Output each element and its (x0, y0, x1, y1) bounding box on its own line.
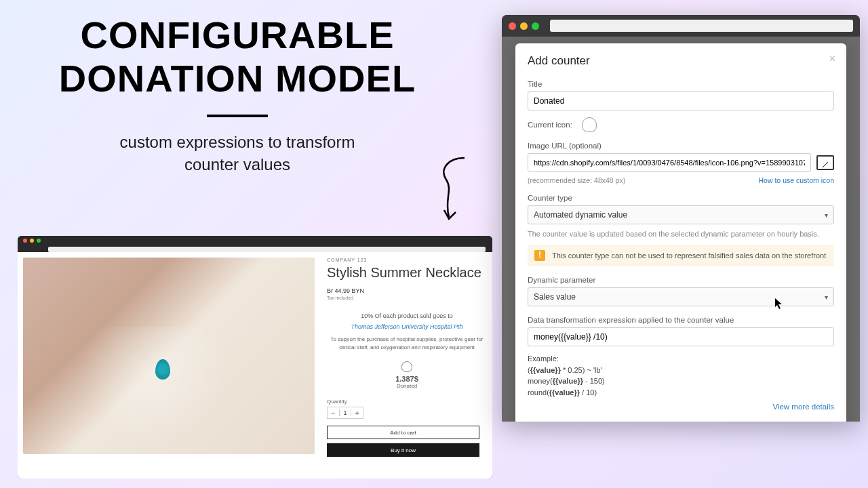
window-titlebar (18, 236, 492, 245)
config-window: Add counter × Title Current icon: Image … (502, 15, 860, 422)
quantity-stepper: − 1 + (327, 407, 363, 419)
view-more-link[interactable]: View more details (772, 403, 834, 411)
dynamic-param-select[interactable]: Sales value ▾ (528, 287, 834, 306)
window-minimize-icon[interactable] (30, 239, 34, 243)
example-line-2: money({{value}} - 150) (528, 375, 834, 387)
example-line-3: round({{value}} / 10) (528, 387, 834, 399)
necklace-pendant-icon (155, 359, 170, 380)
hospital-link[interactable]: Thomas Jefferson University Hospital Pth (327, 323, 487, 330)
example-label: Example: (528, 353, 834, 365)
current-icon-label: Current icon: (528, 121, 572, 129)
window-maximize-icon[interactable] (37, 239, 41, 243)
modal-heading: Add counter (528, 54, 834, 68)
add-to-cart-button[interactable]: Add to cart (327, 426, 479, 439)
chevron-down-icon: ▾ (825, 293, 828, 301)
counter-type-description: The counter value is updated based on th… (528, 230, 834, 238)
custom-icon-help-link[interactable]: How to use custom icon (759, 176, 834, 184)
hero-title: CONFIGURABLE DONATION MODEL (27, 14, 448, 101)
image-url-input[interactable] (528, 153, 811, 172)
window-minimize-icon[interactable] (520, 22, 528, 30)
quantity-value: 1 (339, 409, 352, 416)
current-icon-preview (582, 117, 597, 132)
expression-label: Data transformation expression applied t… (528, 316, 834, 324)
buy-now-button[interactable]: Buy it now (327, 443, 479, 457)
support-text: To support the purchase of hospital supp… (327, 336, 487, 352)
product-price: Br 44,99 BYN (327, 287, 487, 294)
product-title: Stylish Summer Necklace (327, 265, 487, 281)
donated-label: Donated (327, 383, 487, 389)
warning-text: This counter type can not be used to rep… (552, 251, 826, 260)
image-picker-icon[interactable] (816, 155, 834, 170)
tax-note: Tax included. (327, 296, 487, 300)
counter-type-label: Counter type (528, 194, 834, 202)
dynamic-param-label: Dynamic parameter (528, 276, 834, 284)
window-titlebar (502, 15, 860, 37)
size-hint: (recommended size: 48x48 px) (528, 176, 625, 184)
hero-divider (207, 115, 268, 117)
storefront-window: COMPANY 123 Stylish Summer Necklace Br 4… (18, 236, 492, 479)
address-bar[interactable] (550, 20, 853, 32)
add-counter-modal: Add counter × Title Current icon: Image … (515, 43, 846, 422)
expression-input[interactable] (528, 327, 834, 346)
curly-arrow-icon (434, 152, 475, 227)
close-icon[interactable]: × (829, 53, 835, 65)
counter-icon (401, 361, 412, 372)
title-input[interactable] (528, 92, 834, 110)
product-image (23, 258, 315, 454)
warning-icon (534, 250, 545, 261)
example-block: Example: ({{value}} * 0.25) ~ 'lb' money… (528, 353, 834, 398)
quantity-increase-button[interactable]: + (351, 409, 363, 417)
mouse-cursor-icon (774, 298, 784, 310)
hero-subtitle: custom expressions to transform counter … (27, 131, 448, 176)
window-maximize-icon[interactable] (532, 22, 539, 30)
window-close-icon[interactable] (23, 239, 27, 243)
address-bar[interactable] (48, 247, 486, 252)
donation-intro: 10% Of each product sold goes to (327, 312, 487, 319)
example-line-1: ({{value}} * 0.25) ~ 'lb' (528, 365, 834, 376)
warning-box: This counter type can not be used to rep… (528, 245, 834, 266)
company-name: COMPANY 123 (327, 258, 487, 262)
quantity-label: Quantity (327, 399, 487, 405)
window-close-icon[interactable] (509, 22, 516, 30)
counter-type-select[interactable]: Automated dynamic value ▾ (528, 205, 834, 224)
quantity-decrease-button[interactable]: − (328, 409, 339, 417)
image-url-label: Image URL (optional) (528, 142, 834, 150)
title-label: Title (528, 80, 834, 88)
chevron-down-icon: ▾ (825, 211, 828, 219)
donated-amount: 1.387$ (327, 375, 487, 383)
